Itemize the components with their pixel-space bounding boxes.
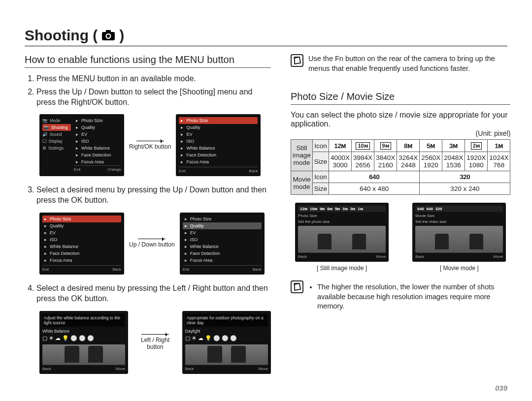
preview-row: 12ᴍ10ᴍ9ᴍ8ᴍ5ᴍ3ᴍ2ᴍ1ᴍ Photo Size Set the ph… [291, 203, 510, 272]
steps-list-3: Select a desired menu by pressing the Le… [25, 283, 271, 304]
section-heading-left: How to enable functions using the MENU b… [25, 54, 271, 65]
section-heading-right: Photo Size / Movie Size [291, 91, 510, 102]
arrow-caption: Right/OK button [129, 143, 171, 150]
menu-screenshot-1b: ▸ Photo Size ▸ Quality ▸ EV ▸ ISO ▸ Whit… [176, 114, 261, 176]
arrow-icon [138, 239, 166, 239]
title-rule [25, 46, 507, 46]
note-icon [291, 54, 303, 67]
menu-pair-2: ▸ Photo Size ▸ Quality ▸ EV ▸ ISO ▸ Whit… [39, 213, 271, 275]
menu-screenshot-1a: 📷 Mode 📷 Shooting 🔊 Sound 🖵 Display ⚙ Se… [39, 114, 124, 176]
section-rule-right [291, 104, 510, 105]
title-text-suffix: ) [119, 27, 124, 44]
still-mode-header: Still image mode [291, 140, 313, 171]
step-1: Press the MENU button in an available mo… [36, 74, 271, 84]
title-text-prefix: Shooting ( [25, 27, 98, 44]
menu-pair-3: Adjust the white balance according to th… [39, 311, 271, 374]
size-header: Size [312, 152, 329, 171]
unit-label: (Unit: pixel) [291, 129, 510, 137]
size-table: Still image mode Icon 12ᴍ 10ᴍ 9ᴍ 8ᴍ 5ᴍ 3… [291, 139, 510, 195]
tip-bullet: The higher the resolution, the lower the… [317, 282, 510, 311]
camera-icon [101, 30, 115, 41]
section-intro: You can select the photo size / movie si… [291, 111, 510, 128]
arrow-icon [141, 334, 169, 335]
menu-screenshot-2a: ▸ Photo Size ▸ Quality ▸ EV ▸ ISO ▸ Whit… [39, 213, 124, 275]
right-column: Use the Fn button on the rear of the cam… [291, 54, 510, 383]
arrow-label-2: Up / Down button [129, 239, 175, 248]
preview-still: 12ᴍ10ᴍ9ᴍ8ᴍ5ᴍ3ᴍ2ᴍ1ᴍ Photo Size Set the ph… [295, 203, 389, 272]
tip-box-1: Use the Fn button on the rear of the cam… [291, 54, 510, 73]
movie-mode-header: Movie mode [291, 171, 313, 195]
step-4: Select a desired menu by pressing the Le… [36, 283, 271, 304]
page-number: 039 [495, 384, 507, 392]
arrow-label-3: Left / Right button [133, 334, 177, 350]
tip-box-2: The higher the resolution, the lower the… [291, 280, 510, 313]
icon-header: Icon [312, 140, 329, 152]
arrow-caption: Up / Down button [129, 241, 175, 248]
step-2: Press the Up / Down button to select the… [36, 87, 271, 108]
arrow-icon [136, 141, 164, 141]
svg-point-3 [107, 34, 110, 37]
page-title: Shooting ( ) [25, 27, 507, 44]
preview-caption: [ Still image mode ] [317, 265, 367, 272]
note-icon [291, 280, 303, 293]
preview-caption: [ Movie mode ] [440, 265, 479, 272]
step-3: Select a desired menu by pressing the Up… [36, 185, 271, 206]
tip-bullets: The higher the resolution, the lower the… [308, 282, 510, 313]
preview-movie: 640640320 Movie Size Set the video size … [412, 203, 506, 272]
steps-list-2: Select a desired menu by pressing the Up… [25, 185, 271, 206]
arrow-label-1: Right/OK button [129, 141, 171, 150]
wb-screenshot-b: Appropriate for outdoor photography on a… [182, 311, 271, 374]
section-rule-left [25, 67, 271, 68]
arrow-caption: Left / Right button [133, 337, 177, 350]
wb-screenshot-a: Adjust the white balance according to th… [39, 311, 128, 374]
tip-text-1: Use the Fn button on the rear of the cam… [308, 54, 510, 73]
steps-list: Press the MENU button in an available mo… [25, 74, 271, 107]
menu-pair-1: 📷 Mode 📷 Shooting 🔊 Sound 🖵 Display ⚙ Se… [39, 114, 271, 176]
menu-screenshot-2b: ▸ Photo Size ▸ Quality ▸ EV ▸ ISO ▸ Whit… [180, 213, 265, 275]
left-column: How to enable functions using the MENU b… [25, 54, 271, 383]
svg-rect-1 [106, 30, 111, 33]
